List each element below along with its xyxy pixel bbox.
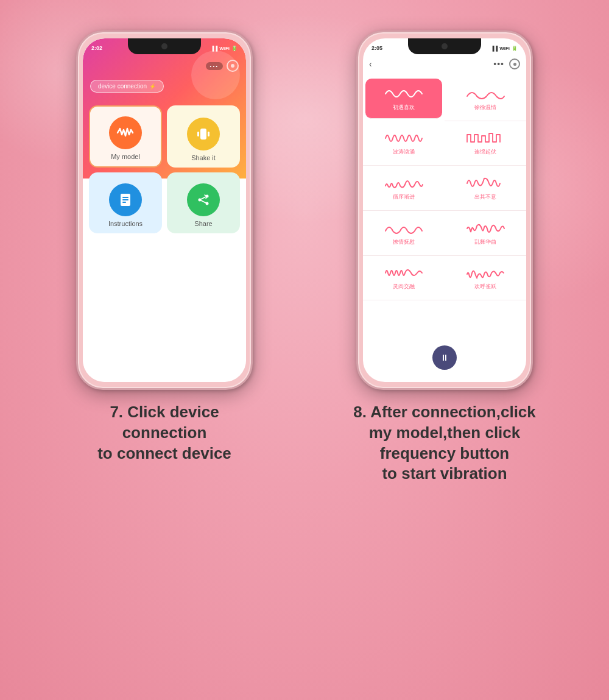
freq-item-6[interactable]: 出其不意: [445, 166, 526, 211]
freq-label-1: 初遇喜欢: [393, 104, 415, 111]
phone2: 2:05 ▐▐ WiFi 🔋 ‹ •••: [356, 30, 533, 390]
phone2-top-right-icons: •••: [493, 58, 520, 69]
phone2-notch: [408, 38, 481, 54]
phone2-notch-camera: [442, 43, 448, 49]
freq-label-4: 连绵起伏: [474, 148, 496, 156]
share-label: Share: [194, 220, 212, 227]
freq-label-10: 欢呼雀跃: [474, 283, 496, 291]
svg-rect-4: [122, 197, 128, 198]
phone1-topbar: •••: [83, 57, 246, 75]
svg-rect-5: [122, 199, 128, 200]
share-arrow-icon: [195, 191, 212, 208]
phone2-dots-icon[interactable]: •••: [493, 59, 504, 69]
menu-item-share[interactable]: Share: [167, 172, 240, 233]
notch-camera: [161, 43, 167, 49]
freq-wave-8: [466, 220, 505, 237]
vibrate-icon: [195, 126, 212, 143]
my-model-label: My model: [111, 153, 140, 160]
phone1-screen: 2:02 ▐▐ WiFi 🔋 •••: [83, 38, 246, 382]
phone1-notch: [128, 38, 201, 54]
phone1-caption: 7. Click deviceconnectionto connect devi…: [97, 402, 231, 464]
target-icon[interactable]: [227, 60, 239, 72]
freq-wave-6: [466, 175, 505, 192]
menu-dots-icon[interactable]: •••: [206, 62, 223, 70]
freq-wave-1: [384, 85, 424, 102]
my-model-icon: [109, 116, 142, 149]
freq-label-3: 波涛汹涌: [393, 148, 415, 156]
phone2-caption: 8. After connection,clickmy model,then c…: [353, 402, 536, 484]
menu-item-instructions[interactable]: Instructions: [89, 172, 162, 233]
phone2-screen: 2:05 ▐▐ WiFi 🔋 ‹ •••: [363, 38, 526, 382]
phone1-status-icons: ▐▐ WiFi 🔋: [211, 46, 238, 51]
svg-rect-0: [200, 129, 206, 140]
svg-line-10: [201, 197, 206, 199]
phone1: 2:02 ▐▐ WiFi 🔋 •••: [76, 30, 253, 390]
freq-wave-5: [384, 175, 424, 192]
phone2-topbar: ‹ •••: [363, 55, 526, 72]
freq-wave-2: [466, 85, 505, 102]
freq-wave-7: [384, 220, 424, 237]
phone2-wrapper: 2:05 ▐▐ WiFi 🔋 ‹ •••: [317, 30, 572, 484]
freq-label-6: 出其不意: [474, 193, 496, 201]
freq-item-10[interactable]: 欢呼雀跃: [445, 256, 526, 301]
phone1-wrapper: 2:02 ▐▐ WiFi 🔋 •••: [37, 30, 292, 464]
freq-label-2: 徐徐温情: [474, 104, 496, 111]
freq-wave-3: [384, 130, 424, 147]
freq-grid: 初遇喜欢 徐徐温情 波涛汹涌: [363, 76, 526, 345]
svg-rect-6: [122, 202, 126, 203]
shake-it-icon: [187, 118, 220, 150]
phone1-menu-grid: My model Shake it: [89, 105, 240, 233]
phone1-white-area: [83, 242, 246, 382]
phone2-time: 2:05: [371, 45, 382, 51]
back-arrow-icon[interactable]: ‹: [369, 59, 372, 69]
freq-label-7: 撩情抚慰: [393, 238, 415, 246]
shake-it-label: Shake it: [191, 154, 216, 161]
freq-label-5: 循序渐进: [393, 193, 415, 201]
instructions-label: Instructions: [108, 220, 143, 227]
share-icon: [187, 183, 220, 216]
freq-item-2[interactable]: 徐徐温情: [445, 76, 526, 121]
freq-item-9[interactable]: 灵肉交融: [363, 256, 445, 301]
freq-item-8[interactable]: 乱舞华曲: [445, 211, 526, 256]
phone2-status-icons: ▐▐ WiFi 🔋: [491, 46, 518, 51]
doc-icon: [117, 191, 134, 208]
freq-wave-4: [466, 130, 505, 147]
freq-item-7[interactable]: 撩情抚慰: [363, 211, 445, 256]
freq-item-3[interactable]: 波涛汹涌: [363, 121, 445, 166]
freq-item-1[interactable]: 初遇喜欢: [365, 79, 442, 119]
freq-label-9: 灵肉交融: [393, 283, 415, 291]
freq-wave-10: [466, 264, 505, 281]
freq-item-4[interactable]: 连绵起伏: [445, 121, 526, 166]
instructions-icon: [109, 183, 142, 216]
freq-wave-9: [384, 264, 424, 281]
menu-item-shake-it[interactable]: Shake it: [167, 105, 240, 168]
phone1-top-icons: •••: [206, 60, 239, 72]
wave-icon: [116, 124, 135, 142]
phone1-time: 2:02: [91, 45, 102, 51]
freq-item-5[interactable]: 循序渐进: [363, 166, 445, 211]
menu-item-my-model[interactable]: My model: [89, 105, 162, 168]
freq-label-8: 乱舞华曲: [474, 238, 496, 246]
svg-rect-2: [208, 132, 209, 136]
pause-button[interactable]: [432, 345, 457, 370]
device-connection-badge[interactable]: device connection: [90, 80, 164, 93]
phone2-target-icon[interactable]: [509, 58, 520, 69]
svg-rect-1: [197, 132, 199, 136]
device-connection-label: device connection: [98, 83, 147, 90]
svg-line-11: [201, 200, 206, 203]
